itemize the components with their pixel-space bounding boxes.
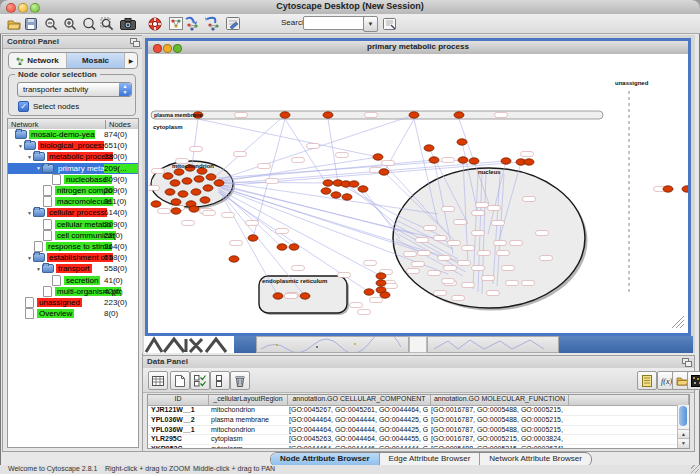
graph-node[interactable] bbox=[248, 235, 258, 241]
graph-node[interactable] bbox=[178, 191, 188, 197]
tree-row[interactable]: ▼cellular process614(0) bbox=[8, 207, 138, 218]
graph-node[interactable] bbox=[524, 159, 534, 165]
tree-expand-icon[interactable]: ▼ bbox=[35, 165, 42, 171]
tree-item-label[interactable]: cellular process bbox=[47, 208, 107, 217]
tab-mosaic[interactable]: Mosaic bbox=[67, 53, 125, 68]
help-lifebuoy-icon[interactable] bbox=[146, 15, 164, 32]
network-canvas[interactable]: plasma membranecytoplasmmitochondrionnuc… bbox=[148, 54, 688, 333]
graph-node[interactable] bbox=[349, 181, 359, 187]
table-cell[interactable]: [GO:0044464, GO:0044446, GO:0044444, G..… bbox=[286, 445, 428, 449]
tree-row[interactable]: unassigned223(0) bbox=[8, 297, 138, 308]
table-cell[interactable]: [GO:0044464, GO:0044444, GO:0044425, G..… bbox=[286, 416, 428, 425]
export-network-icon[interactable] bbox=[204, 15, 222, 32]
graph-node[interactable] bbox=[323, 180, 333, 186]
graph-node[interactable] bbox=[171, 199, 181, 205]
tree-column-network[interactable]: Network bbox=[11, 120, 39, 129]
tree-item-label[interactable]: unassigned bbox=[37, 298, 82, 307]
zoom-out-icon[interactable] bbox=[42, 15, 60, 32]
new-attribute-icon[interactable] bbox=[170, 371, 190, 390]
zoom-in-icon[interactable] bbox=[61, 15, 79, 32]
graph-node[interactable] bbox=[289, 244, 299, 250]
view-resize-grip[interactable] bbox=[672, 316, 684, 328]
tree-row[interactable]: ▼establishment of lo558(0) bbox=[8, 252, 138, 263]
graph-node[interactable] bbox=[163, 173, 173, 179]
table-row[interactable]: YKR052Ccytoplasm[GO:0044464, GO:0044446,… bbox=[148, 445, 689, 449]
tree-expand-icon[interactable]: ▼ bbox=[35, 266, 42, 272]
graph-node[interactable] bbox=[323, 112, 333, 118]
float-panel-icon[interactable] bbox=[130, 38, 139, 46]
search-dropdown-button[interactable]: ▼ bbox=[363, 16, 378, 32]
tree-row[interactable]: secretion41(0) bbox=[8, 274, 138, 285]
graph-node[interactable] bbox=[682, 186, 688, 192]
tree-item-label[interactable]: Overview bbox=[37, 309, 74, 318]
graph-node[interactable] bbox=[191, 189, 201, 195]
tree-expand-icon[interactable]: ▼ bbox=[26, 154, 33, 160]
import-network-icon[interactable] bbox=[183, 15, 201, 32]
graph-node[interactable] bbox=[409, 112, 419, 118]
graph-node[interactable] bbox=[380, 292, 390, 298]
graph-node[interactable] bbox=[280, 112, 290, 118]
graph-node[interactable] bbox=[214, 180, 224, 186]
tree-row[interactable]: Overview8(0) bbox=[8, 308, 138, 319]
tree-row[interactable]: ▼metabolic process280(0) bbox=[8, 151, 138, 162]
graph-node[interactable] bbox=[206, 174, 216, 180]
table-cell[interactable]: YKR052C bbox=[148, 445, 208, 449]
tree-expand-icon[interactable]: ▼ bbox=[26, 210, 33, 216]
table-cell[interactable]: [GO:0045263, GO:0044464, GO:0044455, G..… bbox=[286, 435, 428, 444]
attribute-table-header[interactable]: ID_cellularLayoutRegionannotation.GO CEL… bbox=[148, 395, 689, 406]
zoom-fit-icon[interactable] bbox=[98, 15, 116, 32]
tab-network[interactable]: Network bbox=[9, 53, 67, 68]
graph-node[interactable] bbox=[321, 188, 331, 194]
graph-node[interactable] bbox=[182, 178, 192, 184]
annotation-pad-icon[interactable] bbox=[224, 15, 242, 32]
graph-node[interactable] bbox=[457, 139, 467, 145]
select-nodes-checkbox[interactable]: ✓ bbox=[18, 101, 29, 112]
table-row[interactable]: YLR295Ccytoplasm[GO:0045263, GO:0044464,… bbox=[148, 435, 689, 445]
tree-row[interactable]: multi-organism pro42(0) bbox=[8, 286, 138, 297]
graph-node[interactable] bbox=[171, 208, 181, 214]
graph-node[interactable] bbox=[151, 201, 161, 207]
table-row[interactable]: YJR121W__1mitochondrion[GO:0045267, GO:0… bbox=[148, 406, 689, 416]
table-cell[interactable]: [GO:0016787, GO:0005215, GO:0003824, G..… bbox=[428, 435, 565, 444]
table-row[interactable]: YPL036W__2plasma membrane[GO:0044464, GO… bbox=[148, 416, 689, 426]
network-view-titlebar[interactable]: primary metabolic process bbox=[148, 41, 688, 55]
table-cell[interactable]: [GO:0005488, GO:0005215, GO:0003674] bbox=[428, 445, 565, 449]
tab-overflow-arrow[interactable]: ▶ bbox=[125, 53, 137, 68]
tree-row[interactable]: response to stimulu264(0) bbox=[8, 241, 138, 252]
graph-node[interactable] bbox=[165, 189, 175, 195]
scrollbar-thumb[interactable] bbox=[679, 406, 687, 426]
delete-attribute-icon[interactable] bbox=[230, 371, 250, 390]
attribute-table-icon[interactable] bbox=[148, 371, 168, 390]
graph-node[interactable] bbox=[358, 186, 368, 192]
select-attributes-icon[interactable] bbox=[190, 371, 210, 390]
import-attribute-list-icon[interactable] bbox=[637, 371, 657, 390]
graph-node[interactable] bbox=[277, 244, 287, 250]
graph-node[interactable] bbox=[174, 169, 184, 175]
tree-row[interactable]: ▼biological_process651(0) bbox=[8, 140, 138, 151]
tree-row[interactable]: macromolecule311(0) bbox=[8, 196, 138, 207]
table-cell[interactable]: [GO:0045267, GO:0045261, GO:0044464, G..… bbox=[286, 406, 428, 415]
table-cell[interactable]: YLR295C bbox=[148, 435, 208, 444]
scroll-down-icon[interactable]: ▼ bbox=[678, 438, 689, 448]
graph-node[interactable] bbox=[373, 154, 383, 160]
table-cell[interactable]: [GO:0016787, GO:0005488, GO:0005215, G..… bbox=[428, 406, 565, 415]
save-icon[interactable] bbox=[22, 15, 40, 32]
table-cell[interactable]: plasma membrane bbox=[208, 416, 286, 425]
graph-node[interactable] bbox=[458, 157, 468, 163]
window-resize-grip[interactable] bbox=[691, 465, 699, 473]
graph-node[interactable] bbox=[273, 293, 283, 299]
graph-node[interactable] bbox=[364, 289, 374, 295]
table-cell[interactable]: YJR121W__1 bbox=[148, 406, 208, 415]
table-cell[interactable]: [GO:0016787, GO:0005488, GO:0005215, G..… bbox=[428, 416, 565, 425]
graph-node[interactable] bbox=[454, 112, 464, 118]
search-config-icon[interactable] bbox=[381, 15, 399, 32]
tree-item-label[interactable]: secretion bbox=[64, 276, 100, 285]
tree-row[interactable]: cell communicat22(0) bbox=[8, 230, 138, 241]
zoom-actual-icon[interactable] bbox=[80, 15, 98, 32]
graph-node[interactable] bbox=[663, 186, 673, 192]
table-cell[interactable]: [GO:0016787, GO:0005488, GO:0005215, G..… bbox=[428, 426, 565, 435]
tree-row[interactable]: mosaic-demo-yeast874(0) bbox=[8, 129, 138, 140]
float-panel-icon[interactable] bbox=[682, 358, 691, 366]
tree-column-nodes[interactable]: Nodes bbox=[105, 120, 131, 129]
table-cell[interactable]: [GO:0044464, GO:0044444, GO:0044425, G..… bbox=[286, 426, 428, 435]
